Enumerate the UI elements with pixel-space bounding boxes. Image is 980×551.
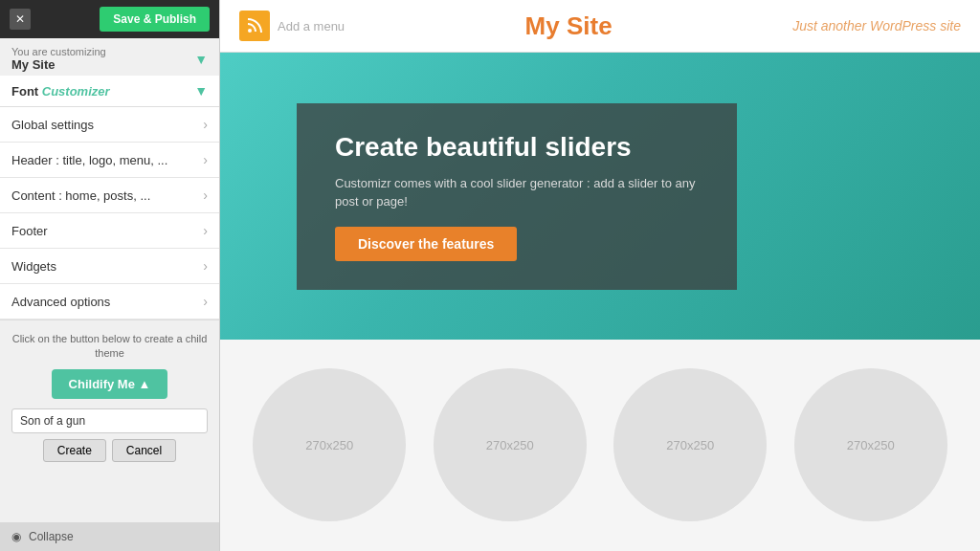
placeholder-image-3: 270x250 [613, 368, 767, 521]
customizer-label: Customizer [42, 84, 110, 99]
placeholder-row: 270x250 270x250 270x250 270x250 [220, 340, 980, 550]
nav-items-list: Global settings › Header : title, logo, … [0, 107, 219, 320]
close-icon: ✕ [15, 12, 25, 26]
nav-item-widgets[interactable]: Widgets › [0, 249, 219, 284]
nav-item-global-settings[interactable]: Global settings › [0, 107, 219, 143]
childify-button[interactable]: Childify Me ▲ [52, 369, 168, 399]
chevron-right-icon: › [203, 152, 208, 167]
child-input-row [11, 408, 208, 433]
child-theme-description: Click on the button below to create a ch… [11, 332, 208, 362]
nav-item-label: Global settings [11, 118, 94, 132]
hero-description: Customizr comes with a cool slider gener… [335, 174, 699, 211]
create-button[interactable]: Create [43, 439, 106, 462]
child-theme-section: Click on the button below to create a ch… [0, 320, 219, 474]
close-button[interactable]: ✕ [10, 9, 31, 30]
nav-item-label: Content : home, posts, ... [11, 188, 150, 203]
svg-point-0 [248, 29, 252, 33]
save-publish-button[interactable]: Save & Publish [100, 7, 210, 32]
add-menu-text[interactable]: Add a menu [278, 19, 345, 33]
preview-topbar: Add a menu My Site Just another WordPres… [220, 0, 980, 53]
font-label: Font [11, 84, 38, 99]
nav-item-label: Advanced options [11, 295, 110, 309]
placeholder-image-4: 270x250 [794, 368, 947, 521]
collapse-icon: ◉ [11, 530, 21, 543]
font-customizer-chevron-down-icon: ▼ [194, 83, 208, 99]
hero-title: Create beautiful sliders [335, 132, 699, 163]
nav-item-label: Footer [11, 224, 48, 238]
placeholder-label-1: 270x250 [305, 438, 353, 452]
rss-icon [239, 11, 270, 41]
child-theme-name-input[interactable] [11, 408, 208, 433]
cancel-button[interactable]: Cancel [112, 439, 176, 462]
childify-label: Childify Me [69, 377, 135, 391]
childify-chevron-up-icon: ▲ [139, 377, 151, 391]
chevron-right-icon: › [203, 258, 208, 274]
rss-area: Add a menu [239, 11, 345, 41]
sidebar-collapse-bar[interactable]: ◉ Collapse [0, 522, 219, 551]
chevron-right-icon: › [203, 187, 208, 203]
customizing-label: You are customizing [11, 46, 106, 57]
placeholder-label-4: 270x250 [847, 438, 895, 452]
preview-site-title: My Site [525, 11, 612, 41]
nav-item-label: Header : title, logo, menu, ... [11, 153, 167, 167]
sidebar-header: ✕ Save & Publish [0, 0, 219, 38]
placeholder-image-2: 270x250 [434, 368, 587, 521]
preview-tagline: Just another WordPress site [792, 18, 961, 33]
nav-item-advanced-options[interactable]: Advanced options › [0, 284, 219, 320]
hero-cta-button[interactable]: Discover the features [335, 227, 517, 261]
placeholder-image-1: 270x250 [253, 368, 406, 521]
nav-item-footer[interactable]: Footer › [0, 213, 219, 249]
hero-content-box: Create beautiful sliders Customizr comes… [297, 103, 737, 290]
chevron-right-icon: › [203, 117, 208, 132]
placeholder-label-2: 270x250 [486, 438, 534, 452]
site-name-label: My Site [11, 57, 106, 72]
nav-item-content[interactable]: Content : home, posts, ... › [0, 178, 219, 213]
sidebar: ✕ Save & Publish You are customizing My … [0, 0, 220, 551]
nav-item-header[interactable]: Header : title, logo, menu, ... › [0, 143, 219, 178]
chevron-right-icon: › [203, 294, 208, 309]
customizing-info: You are customizing My Site ▼ [0, 38, 219, 76]
customizing-chevron-down-icon[interactable]: ▼ [194, 52, 208, 67]
collapse-label: Collapse [29, 530, 74, 543]
chevron-right-icon: › [203, 223, 208, 238]
placeholder-label-3: 270x250 [666, 438, 714, 452]
main-preview: Add a menu My Site Just another WordPres… [220, 0, 980, 551]
nav-item-label: Widgets [11, 259, 56, 274]
hero-slider: Create beautiful sliders Customizr comes… [220, 53, 980, 340]
font-customizer-row[interactable]: Font Customizer ▼ [0, 76, 219, 107]
child-btn-row: Create Cancel [11, 439, 208, 462]
